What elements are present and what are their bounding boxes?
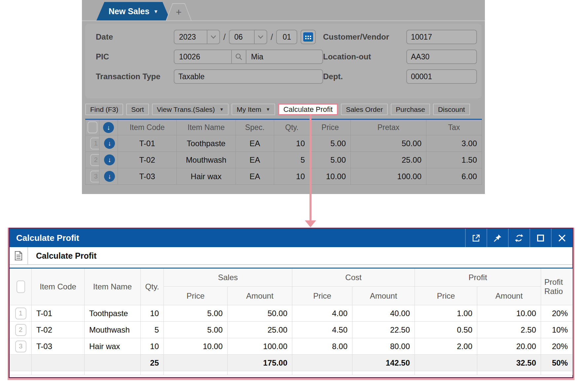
tax-cell[interactable]: 6.00 [426,168,482,185]
col-header-cost-price[interactable]: Price [292,287,352,305]
date-month-select[interactable]: 06 [229,30,267,44]
down-arrow-glyph: ↓ [108,173,111,180]
pin-icon [493,234,502,243]
header-fields-card: Date 2023 / 06 / 01 [85,24,482,98]
filler-cell [477,371,541,375]
sales-amount-cell: 50.00 [228,305,292,322]
tax-cell[interactable]: 3.00 [426,135,482,152]
pic-code-input[interactable]: 10026 [174,52,231,61]
row-number-badge[interactable]: 1 [90,138,99,149]
col-header-item-name[interactable]: Item Name [177,119,236,135]
pic-name-input[interactable]: Mia [246,52,322,61]
row-number-badge[interactable]: 2 [90,154,99,166]
qty-cell[interactable]: 5 [274,152,310,168]
my-item-button[interactable]: My Item ▼ [232,104,275,115]
col-header-profit-amount[interactable]: Amount [477,287,541,305]
row-number-badge[interactable]: 3 [15,341,26,352]
row-number-badge[interactable]: 1 [15,308,26,319]
calendar-button[interactable] [301,30,316,44]
item-code-cell[interactable]: T-03 [118,168,177,185]
item-name-cell[interactable]: Toothpaste [177,135,236,152]
col-group-sales[interactable]: Sales [164,268,292,287]
date-year-value: 2023 [174,33,207,42]
filler-cell [541,371,573,375]
total-empty-cell [164,355,228,371]
qty-cell[interactable]: 10 [274,168,310,185]
qty-cell[interactable]: 10 [274,135,310,152]
col-header-sales-amount[interactable]: Amount [228,287,292,305]
purchase-button[interactable]: Purchase [391,104,430,115]
col-header-profit-ratio[interactable]: Profit Ratio [541,268,573,305]
filler-cell [228,371,292,375]
col-header-item-code[interactable]: Item Code [118,119,177,135]
pretax-cell[interactable]: 25.00 [351,152,426,168]
table-row: 2 T-02 Mouthwash 5 5.00 25.00 4.50 22.50… [10,322,573,338]
sales-items-grid: ↓ Item Code Item Name Spec. Qty. Price P… [85,119,482,185]
row-number-badge[interactable]: 3 [90,171,99,182]
pretax-cell[interactable]: 50.00 [351,135,426,152]
sales-price-cell: 5.00 [164,322,228,338]
sort-button[interactable]: Sort [126,104,149,115]
date-day-input[interactable]: 01 [276,30,297,44]
row-number-badge[interactable]: 2 [15,324,26,336]
price-cell[interactable]: 10.00 [310,168,351,185]
pretax-cell[interactable]: 100.00 [351,168,426,185]
col-group-cost[interactable]: Cost [292,268,415,287]
move-down-icon[interactable]: ↓ [104,171,115,182]
sales-order-button[interactable]: Sales Order [341,104,388,115]
pin-button[interactable] [487,229,508,247]
tab-new-sales[interactable]: New Sales ▼ [96,2,170,20]
date-year-select[interactable]: 2023 [174,30,220,44]
col-header-pretax[interactable]: Pretax [351,119,426,135]
move-down-icon[interactable]: ↓ [104,154,115,165]
tab-new-sales-label: New Sales [109,7,150,16]
customer-vendor-input[interactable]: 10017 [406,30,477,44]
item-name-cell[interactable]: Hair wax [177,168,236,185]
grid-toolbar: Find (F3) Sort View Trans.(Sales) ▼ My I… [85,104,482,115]
col-header-qty[interactable]: Qty. [141,268,164,305]
select-all-checkbox[interactable] [88,121,97,133]
move-down-icon[interactable]: ↓ [104,138,115,149]
price-cell[interactable]: 5.00 [310,152,351,168]
dept-input[interactable]: 00001 [406,69,477,84]
date-field-group: 2023 / 06 / 01 [174,30,323,44]
tax-cell[interactable]: 1.50 [426,152,482,168]
item-code-cell: T-01 [32,305,85,322]
item-code-cell[interactable]: T-02 [118,152,177,168]
item-name-cell[interactable]: Mouthwash [177,152,236,168]
tab-add-new[interactable]: + [166,3,192,20]
col-header-profit-price[interactable]: Price [415,287,477,305]
col-header-tax[interactable]: Tax [426,119,482,135]
discount-button[interactable]: Discount [433,104,470,115]
date-separator: / [223,32,226,42]
close-button[interactable] [551,229,572,247]
location-out-input[interactable]: AA30 [406,49,477,64]
col-header-spec[interactable]: Spec. [236,119,274,135]
col-header-item-name[interactable]: Item Name [85,268,141,305]
search-button[interactable] [231,50,246,63]
col-header-qty[interactable]: Qty. [274,119,310,135]
col-header-price[interactable]: Price [310,119,351,135]
col-header-item-code[interactable]: Item Code [32,268,85,305]
spec-cell[interactable]: EA [236,135,274,152]
view-trans-button[interactable]: View Trans.(Sales) ▼ [152,104,229,115]
item-code-cell[interactable]: T-01 [118,135,177,152]
maximize-button[interactable] [529,229,551,247]
profit-ratio-cell: 20% [541,338,573,355]
move-down-icon[interactable]: ↓ [103,122,114,133]
col-group-profit[interactable]: Profit [415,268,541,287]
price-cell[interactable]: 5.00 [310,135,351,152]
table-row: 1 T-01 Toothpaste 10 5.00 50.00 4.00 40.… [10,305,573,322]
open-new-window-button[interactable] [465,229,487,247]
profit-amount-cell: 20.00 [477,338,541,355]
table-row: 1 ↓ T-01 Toothpaste EA 10 5.00 50.00 3.0… [86,135,482,152]
select-all-checkbox[interactable] [17,280,25,293]
col-header-cost-amount[interactable]: Amount [352,287,415,305]
spec-cell[interactable]: EA [236,168,274,185]
col-header-sales-price[interactable]: Price [164,287,228,305]
find-button[interactable]: Find (F3) [85,104,123,115]
spec-cell[interactable]: EA [236,152,274,168]
calculate-profit-button[interactable]: Calculate Profit [278,104,338,115]
transaction-type-input[interactable]: Taxable [174,69,323,84]
refresh-button[interactable] [508,229,529,247]
